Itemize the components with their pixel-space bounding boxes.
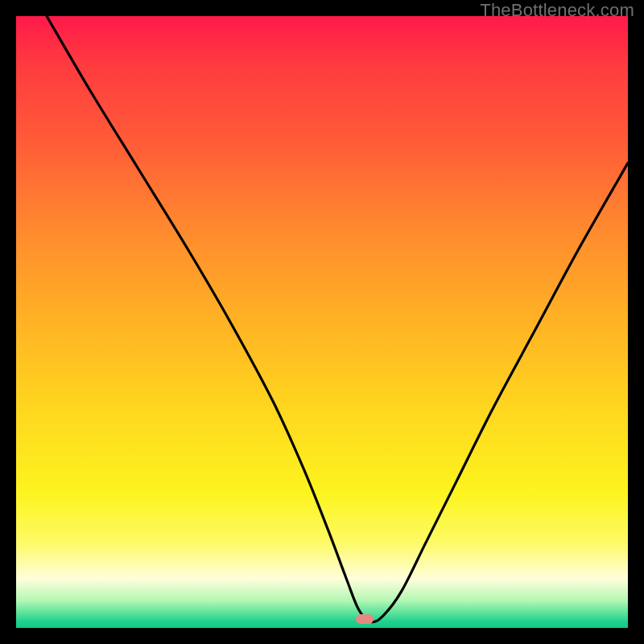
optimal-point-marker (356, 614, 374, 624)
chart-frame: TheBottleneck.com (0, 0, 644, 644)
plot-area (16, 16, 628, 628)
bottleneck-curve (16, 16, 628, 628)
